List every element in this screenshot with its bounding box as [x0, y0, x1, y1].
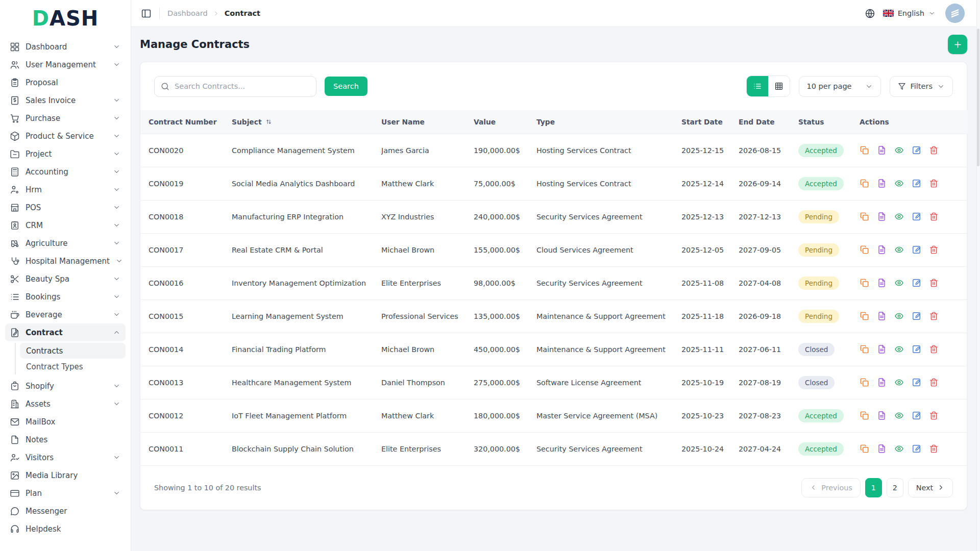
edit-action-icon[interactable] [912, 245, 921, 255]
per-page-select[interactable]: 10 per page [799, 76, 881, 97]
sidebar-item-project[interactable]: Project [5, 145, 126, 163]
sidebar-item-purchase[interactable]: Purchase [5, 109, 126, 127]
edit-action-icon[interactable] [912, 444, 921, 454]
sidebar-item-mailbox[interactable]: MailBox [5, 413, 126, 431]
sidebar-toggle-icon[interactable] [141, 8, 152, 19]
view-action-icon[interactable] [894, 179, 904, 188]
view-action-icon[interactable] [894, 278, 904, 288]
invoice-action-icon[interactable] [877, 311, 887, 321]
sidebar-item-beauty-spa[interactable]: Beauty Spa [5, 270, 126, 288]
view-action-icon[interactable] [894, 311, 904, 321]
duplicate-action-icon[interactable] [860, 311, 869, 321]
view-action-icon[interactable] [894, 444, 904, 454]
view-action-icon[interactable] [894, 145, 904, 155]
table-row[interactable]: CON0016Inventory Management Optimization… [140, 266, 968, 299]
duplicate-action-icon[interactable] [860, 411, 869, 420]
sidebar-item-hospital-management[interactable]: Hospital Management [5, 252, 126, 270]
sidebar-item-agriculture[interactable]: Agriculture [5, 234, 126, 252]
view-action-icon[interactable] [894, 411, 904, 420]
sidebar-item-contract[interactable]: Contract [5, 323, 126, 341]
sidebar-item-hrm[interactable]: Hrm [5, 181, 126, 198]
duplicate-action-icon[interactable] [860, 145, 869, 155]
delete-action-icon[interactable] [929, 145, 939, 155]
invoice-action-icon[interactable] [877, 378, 887, 387]
delete-action-icon[interactable] [929, 311, 939, 321]
delete-action-icon[interactable] [929, 278, 939, 288]
table-row[interactable]: CON0020Compliance Management SystemJames… [140, 134, 968, 167]
invoice-action-icon[interactable] [877, 278, 887, 288]
globe-icon[interactable] [865, 8, 875, 19]
user-avatar[interactable] [945, 4, 965, 23]
table-row[interactable]: CON0012IoT Fleet Management PlatformMatt… [140, 399, 968, 432]
sidebar-item-assets[interactable]: Assets [5, 395, 126, 413]
edit-action-icon[interactable] [912, 278, 921, 288]
sidebar-item-user-management[interactable]: User Management [5, 56, 126, 73]
table-row[interactable]: CON0017Real Estate CRM & PortalMichael B… [140, 233, 968, 266]
duplicate-action-icon[interactable] [860, 344, 869, 354]
view-action-icon[interactable] [894, 378, 904, 387]
view-action-icon[interactable] [894, 212, 904, 221]
next-page-button[interactable]: Next [908, 478, 953, 497]
sidebar-item-crm[interactable]: CRM [5, 216, 126, 234]
view-action-icon[interactable] [894, 344, 904, 354]
duplicate-action-icon[interactable] [860, 179, 869, 188]
page-1-button[interactable]: 1 [865, 478, 882, 497]
list-view-button[interactable] [747, 76, 768, 96]
sidebar-subitem-contracts[interactable]: Contracts [20, 343, 126, 359]
grid-view-button[interactable] [768, 76, 790, 96]
view-action-icon[interactable] [894, 245, 904, 255]
sidebar-item-proposal[interactable]: Proposal [5, 73, 126, 91]
add-contract-button[interactable] [948, 35, 967, 54]
edit-action-icon[interactable] [912, 411, 921, 420]
column-header-subject[interactable]: Subject [232, 110, 381, 134]
table-row[interactable]: CON0011Blockchain Supply Chain SolutionE… [140, 432, 968, 465]
duplicate-action-icon[interactable] [860, 245, 869, 255]
sidebar-item-pos[interactable]: POS [5, 198, 126, 216]
delete-action-icon[interactable] [929, 344, 939, 354]
edit-action-icon[interactable] [912, 344, 921, 354]
previous-page-button[interactable]: Previous [801, 478, 860, 497]
delete-action-icon[interactable] [929, 378, 939, 387]
table-row[interactable]: CON0013Healthcare Management SystemDanie… [140, 366, 968, 399]
edit-action-icon[interactable] [912, 179, 921, 188]
sidebar-item-shopify[interactable]: Shopify [5, 377, 126, 395]
duplicate-action-icon[interactable] [860, 378, 869, 387]
sidebar-item-bookings[interactable]: Bookings [5, 288, 126, 306]
search-button[interactable]: Search [325, 77, 368, 96]
invoice-action-icon[interactable] [877, 245, 887, 255]
sidebar-item-helpdesk[interactable]: Helpdesk [5, 520, 126, 538]
page-2-button[interactable]: 2 [887, 478, 903, 497]
scrollbar-thumb[interactable] [977, 29, 979, 166]
sidebar-item-visitors[interactable]: Visitors [5, 448, 126, 466]
sidebar-subitem-contract-types[interactable]: Contract Types [20, 359, 126, 374]
delete-action-icon[interactable] [929, 179, 939, 188]
invoice-action-icon[interactable] [877, 212, 887, 221]
edit-action-icon[interactable] [912, 378, 921, 387]
breadcrumb-dashboard[interactable]: Dashboard [167, 9, 208, 17]
search-input[interactable] [154, 76, 316, 97]
filters-button[interactable]: Filters [890, 76, 953, 97]
edit-action-icon[interactable] [912, 311, 921, 321]
invoice-action-icon[interactable] [877, 344, 887, 354]
table-row[interactable]: CON0015Learning Management SystemProfess… [140, 299, 968, 333]
invoice-action-icon[interactable] [877, 145, 887, 155]
edit-action-icon[interactable] [912, 145, 921, 155]
language-selector[interactable]: English [883, 9, 936, 17]
delete-action-icon[interactable] [929, 212, 939, 221]
invoice-action-icon[interactable] [877, 179, 887, 188]
page-scrollbar[interactable] [976, 0, 980, 551]
delete-action-icon[interactable] [929, 444, 939, 454]
brand-logo[interactable]: DASH [0, 7, 131, 30]
duplicate-action-icon[interactable] [860, 212, 869, 221]
sidebar-item-dashboard[interactable]: Dashboard [5, 38, 126, 56]
sidebar-item-accounting[interactable]: Accounting [5, 163, 126, 181]
table-row[interactable]: CON0014Financial Trading PlatformMichael… [140, 333, 968, 366]
sidebar-item-messenger[interactable]: Messenger [5, 502, 126, 520]
delete-action-icon[interactable] [929, 411, 939, 420]
invoice-action-icon[interactable] [877, 411, 887, 420]
delete-action-icon[interactable] [929, 245, 939, 255]
sidebar-item-beverage[interactable]: Beverage [5, 306, 126, 323]
edit-action-icon[interactable] [912, 212, 921, 221]
table-row[interactable]: CON0018Manufacturing ERP IntegrationXYZ … [140, 200, 968, 233]
sidebar-item-media-library[interactable]: Media Library [5, 466, 126, 484]
